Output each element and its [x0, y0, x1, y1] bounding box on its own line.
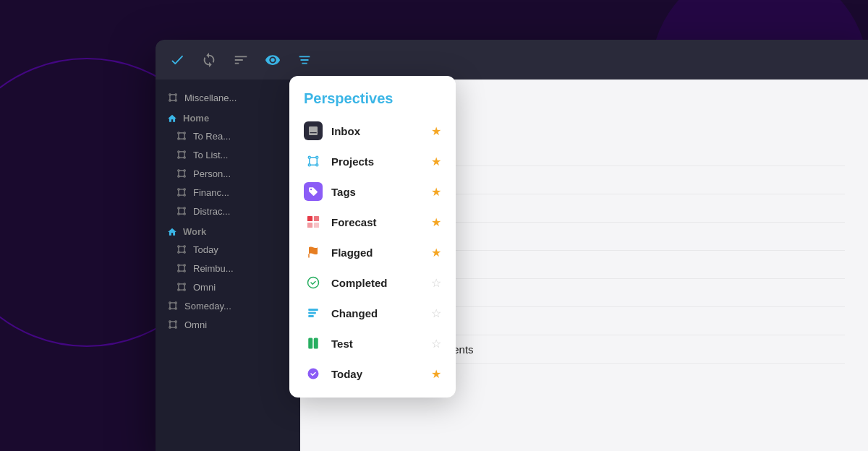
star-projects[interactable]: ★ — [431, 155, 441, 168]
svg-point-22 — [178, 132, 179, 134]
test-perspective-icon — [304, 334, 323, 353]
today-perspective-icon — [304, 364, 323, 383]
projects-perspective-icon — [304, 152, 323, 171]
perspective-label-completed: Completed — [331, 277, 431, 289]
svg-point-72 — [178, 270, 179, 272]
star-today[interactable]: ★ — [431, 367, 441, 381]
perspective-item-inbox[interactable]: Inbox ★ — [289, 116, 456, 146]
toolbar-eye-icon[interactable] — [263, 50, 283, 70]
sidebar-label-work: Work — [183, 226, 206, 237]
svg-point-40 — [178, 176, 179, 177]
svg-point-185 — [308, 369, 319, 379]
sidebar-item-tolisten[interactable]: To List... — [156, 145, 300, 164]
svg-point-79 — [184, 283, 185, 285]
svg-point-47 — [184, 189, 185, 190]
forecast-perspective-icon — [304, 212, 323, 231]
svg-point-71 — [184, 265, 185, 266]
svg-point-85 — [184, 289, 185, 291]
svg-rect-183 — [308, 338, 312, 349]
svg-point-63 — [184, 246, 185, 247]
sidebar-item-finance[interactable]: Financ... — [156, 183, 300, 202]
sidebar-label-today: Today — [193, 244, 218, 255]
sidebar-label-tolisten: To List... — [193, 150, 228, 160]
svg-point-166 — [308, 156, 310, 158]
sidebar-item-miscellaneous[interactable]: Miscellane... — [156, 88, 300, 107]
sidebar-item-someday[interactable]: Someday... — [156, 296, 300, 315]
sidebar-item-distracted[interactable]: Distrac... — [156, 202, 300, 220]
perspective-item-flagged[interactable]: Flagged ★ — [289, 237, 456, 267]
sidebar-item-toread[interactable]: To Rea... — [156, 126, 300, 145]
perspective-item-tags[interactable]: Tags ★ — [289, 176, 456, 207]
node-icon — [176, 244, 187, 255]
sidebar-item-omni[interactable]: Omni — [156, 315, 300, 334]
svg-point-48 — [178, 194, 179, 196]
node-icon — [176, 130, 187, 142]
app-window: Miscellane... Home To Rea... To List... — [156, 40, 868, 451]
perspective-label-today: Today — [331, 368, 431, 380]
sidebar-item-personal[interactable]: Person... — [156, 164, 300, 183]
node-icon — [176, 281, 187, 293]
sidebar-label-personal: Person... — [193, 168, 231, 179]
perspective-label-tags: Tags — [331, 186, 431, 198]
svg-point-46 — [178, 189, 179, 190]
svg-point-179 — [308, 278, 319, 288]
sidebar-item-omni-work[interactable]: Omni — [156, 278, 300, 296]
svg-rect-184 — [314, 338, 318, 349]
sidebar-item-reimbu[interactable]: Reimbu... — [156, 259, 300, 278]
perspectives-dropdown: Perspectives Inbox ★ Projects ★ Tags ★ — [289, 76, 456, 398]
svg-rect-175 — [314, 216, 319, 221]
perspective-item-forecast[interactable]: Forecast ★ — [289, 207, 456, 237]
svg-rect-174 — [307, 216, 312, 221]
toolbar-sync-icon[interactable] — [199, 50, 219, 70]
svg-point-29 — [184, 138, 185, 139]
sidebar-label-omni-work: Omni — [193, 282, 216, 293]
node-icon — [176, 149, 187, 160]
star-flagged[interactable]: ★ — [431, 246, 441, 259]
node-icon — [176, 168, 187, 179]
sidebar-item-today[interactable]: Today — [156, 240, 300, 259]
svg-point-23 — [184, 132, 185, 134]
svg-point-21 — [175, 100, 176, 101]
perspective-item-projects[interactable]: Projects ★ — [289, 146, 456, 176]
sidebar-label-omni: Omni — [184, 319, 207, 330]
perspective-label-test: Test — [331, 338, 431, 350]
sidebar-header-work[interactable]: Work — [156, 220, 300, 240]
sidebar-label-miscellaneous: Miscellane... — [184, 93, 237, 103]
svg-point-32 — [178, 157, 179, 158]
svg-point-64 — [178, 252, 179, 253]
sidebar-header-home[interactable]: Home — [156, 107, 300, 126]
svg-point-15 — [175, 94, 176, 95]
perspective-item-today[interactable]: Today ★ — [289, 358, 456, 389]
star-forecast[interactable]: ★ — [431, 215, 441, 229]
perspective-label-forecast: Forecast — [331, 216, 431, 228]
svg-point-16 — [169, 100, 171, 101]
svg-point-62 — [178, 246, 179, 247]
toolbar-tasks-icon[interactable] — [167, 50, 187, 70]
perspective-item-completed[interactable]: Completed ☆ — [289, 267, 456, 298]
svg-point-87 — [175, 302, 176, 304]
perspective-item-changed[interactable]: Changed ☆ — [289, 298, 456, 328]
svg-point-56 — [178, 213, 179, 215]
svg-point-38 — [178, 170, 179, 171]
svg-point-31 — [184, 151, 185, 153]
star-inbox[interactable]: ★ — [431, 124, 441, 138]
node-icon — [167, 319, 179, 330]
sidebar-label-toread: To Rea... — [193, 131, 231, 142]
star-changed[interactable]: ☆ — [431, 306, 441, 320]
node-icon — [167, 92, 179, 103]
svg-point-167 — [316, 156, 318, 158]
star-tags[interactable]: ★ — [431, 185, 441, 199]
toolbar-perspectives-icon[interactable] — [294, 50, 315, 70]
perspective-item-test[interactable]: Test ☆ — [289, 328, 456, 358]
svg-point-78 — [178, 283, 179, 285]
toolbar-filter-icon[interactable] — [231, 50, 251, 70]
star-completed[interactable]: ☆ — [431, 276, 441, 290]
svg-point-55 — [184, 207, 185, 209]
sidebar-label-someday: Someday... — [184, 301, 231, 312]
svg-point-61 — [184, 213, 185, 215]
svg-point-80 — [178, 289, 179, 291]
svg-point-101 — [175, 327, 176, 328]
star-test[interactable]: ☆ — [431, 337, 441, 351]
svg-rect-180 — [308, 309, 318, 311]
sidebar-label-home: Home — [183, 113, 209, 124]
